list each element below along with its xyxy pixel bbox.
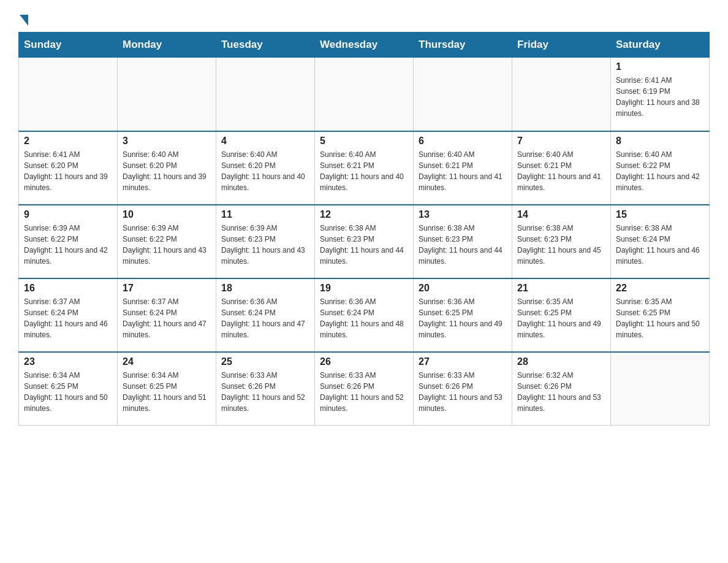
calendar-cell: 17Sunrise: 6:37 AMSunset: 6:24 PMDayligh… [118, 278, 216, 352]
calendar-cell: 26Sunrise: 6:33 AMSunset: 6:26 PMDayligh… [315, 352, 414, 426]
calendar-cell: 16Sunrise: 6:37 AMSunset: 6:24 PMDayligh… [19, 278, 118, 352]
logo [18, 12, 28, 26]
calendar-cell [19, 58, 118, 131]
day-number: 7 [517, 136, 605, 147]
day-number: 9 [24, 209, 112, 220]
calendar-cell: 12Sunrise: 6:38 AMSunset: 6:23 PMDayligh… [315, 205, 414, 278]
day-info: Sunrise: 6:40 AMSunset: 6:21 PMDaylight:… [517, 149, 605, 193]
day-info: Sunrise: 6:37 AMSunset: 6:24 PMDaylight:… [24, 296, 112, 340]
weekday-header-friday: Friday [512, 33, 611, 58]
calendar-cell [414, 58, 512, 131]
calendar-cell: 5Sunrise: 6:40 AMSunset: 6:21 PMDaylight… [315, 131, 414, 205]
day-number: 2 [24, 136, 112, 147]
day-info: Sunrise: 6:38 AMSunset: 6:24 PMDaylight:… [616, 223, 704, 267]
day-info: Sunrise: 6:32 AMSunset: 6:26 PMDaylight:… [517, 370, 605, 414]
day-info: Sunrise: 6:39 AMSunset: 6:22 PMDaylight:… [123, 223, 211, 267]
day-info: Sunrise: 6:37 AMSunset: 6:24 PMDaylight:… [123, 296, 211, 340]
calendar-cell: 22Sunrise: 6:35 AMSunset: 6:25 PMDayligh… [611, 278, 710, 352]
calendar-cell: 18Sunrise: 6:36 AMSunset: 6:24 PMDayligh… [216, 278, 315, 352]
day-number: 21 [517, 283, 605, 294]
calendar-cell: 3Sunrise: 6:40 AMSunset: 6:20 PMDaylight… [118, 131, 216, 205]
calendar-cell: 13Sunrise: 6:38 AMSunset: 6:23 PMDayligh… [414, 205, 512, 278]
day-number: 6 [419, 136, 507, 147]
day-number: 15 [616, 209, 704, 220]
day-info: Sunrise: 6:33 AMSunset: 6:26 PMDaylight:… [419, 370, 507, 414]
day-number: 19 [320, 283, 408, 294]
day-number: 22 [616, 283, 704, 294]
day-info: Sunrise: 6:38 AMSunset: 6:23 PMDaylight:… [320, 223, 408, 267]
day-info: Sunrise: 6:34 AMSunset: 6:25 PMDaylight:… [24, 370, 112, 414]
day-info: Sunrise: 6:41 AMSunset: 6:19 PMDaylight:… [616, 75, 704, 119]
weekday-header-sunday: Sunday [19, 33, 118, 58]
calendar-cell: 11Sunrise: 6:39 AMSunset: 6:23 PMDayligh… [216, 205, 315, 278]
day-info: Sunrise: 6:39 AMSunset: 6:22 PMDaylight:… [24, 223, 112, 267]
calendar-cell: 1Sunrise: 6:41 AMSunset: 6:19 PMDaylight… [611, 58, 710, 131]
day-number: 28 [517, 356, 605, 367]
calendar-cell: 10Sunrise: 6:39 AMSunset: 6:22 PMDayligh… [118, 205, 216, 278]
day-number: 3 [123, 136, 211, 147]
page-header [18, 12, 710, 26]
day-info: Sunrise: 6:40 AMSunset: 6:20 PMDaylight:… [221, 149, 309, 193]
day-number: 26 [320, 356, 408, 367]
calendar-cell: 25Sunrise: 6:33 AMSunset: 6:26 PMDayligh… [216, 352, 315, 426]
weekday-header-row: SundayMondayTuesdayWednesdayThursdayFrid… [19, 33, 710, 58]
calendar-week-row: 9Sunrise: 6:39 AMSunset: 6:22 PMDaylight… [19, 205, 710, 278]
day-number: 1 [616, 61, 704, 72]
day-info: Sunrise: 6:36 AMSunset: 6:25 PMDaylight:… [419, 296, 507, 340]
logo-text [18, 12, 28, 26]
calendar-cell: 2Sunrise: 6:41 AMSunset: 6:20 PMDaylight… [19, 131, 118, 205]
day-info: Sunrise: 6:33 AMSunset: 6:26 PMDaylight:… [221, 370, 309, 414]
calendar-week-row: 23Sunrise: 6:34 AMSunset: 6:25 PMDayligh… [19, 352, 710, 426]
day-number: 18 [221, 283, 309, 294]
weekday-header-saturday: Saturday [611, 33, 710, 58]
day-info: Sunrise: 6:35 AMSunset: 6:25 PMDaylight:… [616, 296, 704, 340]
calendar-cell [512, 58, 611, 131]
weekday-header-monday: Monday [118, 33, 216, 58]
day-info: Sunrise: 6:33 AMSunset: 6:26 PMDaylight:… [320, 370, 408, 414]
logo-arrow-icon [20, 15, 28, 26]
day-number: 5 [320, 136, 408, 147]
day-info: Sunrise: 6:38 AMSunset: 6:23 PMDaylight:… [419, 223, 507, 267]
calendar-cell: 24Sunrise: 6:34 AMSunset: 6:25 PMDayligh… [118, 352, 216, 426]
day-info: Sunrise: 6:41 AMSunset: 6:20 PMDaylight:… [24, 149, 112, 193]
calendar-cell: 23Sunrise: 6:34 AMSunset: 6:25 PMDayligh… [19, 352, 118, 426]
calendar-cell: 20Sunrise: 6:36 AMSunset: 6:25 PMDayligh… [414, 278, 512, 352]
day-info: Sunrise: 6:39 AMSunset: 6:23 PMDaylight:… [221, 223, 309, 267]
calendar-cell: 15Sunrise: 6:38 AMSunset: 6:24 PMDayligh… [611, 205, 710, 278]
calendar-cell: 28Sunrise: 6:32 AMSunset: 6:26 PMDayligh… [512, 352, 611, 426]
day-info: Sunrise: 6:38 AMSunset: 6:23 PMDaylight:… [517, 223, 605, 267]
day-number: 14 [517, 209, 605, 220]
day-info: Sunrise: 6:36 AMSunset: 6:24 PMDaylight:… [320, 296, 408, 340]
calendar-cell [315, 58, 414, 131]
calendar-cell: 27Sunrise: 6:33 AMSunset: 6:26 PMDayligh… [414, 352, 512, 426]
calendar-cell: 9Sunrise: 6:39 AMSunset: 6:22 PMDaylight… [19, 205, 118, 278]
calendar-table: SundayMondayTuesdayWednesdayThursdayFrid… [18, 32, 710, 426]
day-number: 11 [221, 209, 309, 220]
calendar-week-row: 1Sunrise: 6:41 AMSunset: 6:19 PMDaylight… [19, 58, 710, 131]
day-number: 17 [123, 283, 211, 294]
day-number: 23 [24, 356, 112, 367]
calendar-cell: 7Sunrise: 6:40 AMSunset: 6:21 PMDaylight… [512, 131, 611, 205]
day-info: Sunrise: 6:36 AMSunset: 6:24 PMDaylight:… [221, 296, 309, 340]
calendar-cell: 21Sunrise: 6:35 AMSunset: 6:25 PMDayligh… [512, 278, 611, 352]
day-number: 27 [419, 356, 507, 367]
calendar-cell: 8Sunrise: 6:40 AMSunset: 6:22 PMDaylight… [611, 131, 710, 205]
calendar-cell [216, 58, 315, 131]
day-number: 4 [221, 136, 309, 147]
calendar-week-row: 2Sunrise: 6:41 AMSunset: 6:20 PMDaylight… [19, 131, 710, 205]
day-info: Sunrise: 6:35 AMSunset: 6:25 PMDaylight:… [517, 296, 605, 340]
weekday-header-wednesday: Wednesday [315, 33, 414, 58]
day-number: 8 [616, 136, 704, 147]
day-number: 24 [123, 356, 211, 367]
day-info: Sunrise: 6:40 AMSunset: 6:22 PMDaylight:… [616, 149, 704, 193]
day-info: Sunrise: 6:40 AMSunset: 6:21 PMDaylight:… [419, 149, 507, 193]
day-number: 16 [24, 283, 112, 294]
calendar-cell [611, 352, 710, 426]
calendar-cell [118, 58, 216, 131]
day-number: 20 [419, 283, 507, 294]
day-info: Sunrise: 6:34 AMSunset: 6:25 PMDaylight:… [123, 370, 211, 414]
day-number: 13 [419, 209, 507, 220]
calendar-cell: 6Sunrise: 6:40 AMSunset: 6:21 PMDaylight… [414, 131, 512, 205]
day-number: 25 [221, 356, 309, 367]
day-number: 12 [320, 209, 408, 220]
